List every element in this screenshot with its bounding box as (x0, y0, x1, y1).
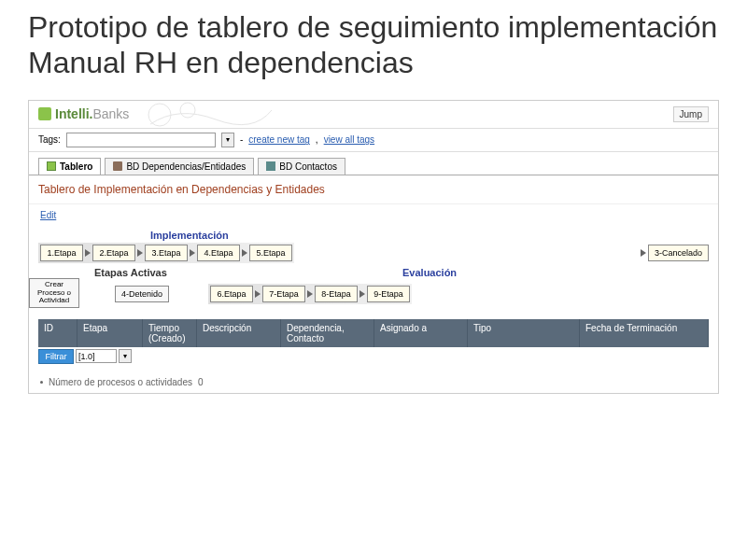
separator: , (316, 134, 318, 145)
footer: Número de procesos o actividades 0 (29, 371, 718, 393)
bullet-icon (40, 381, 43, 384)
tabs: Tablero BD Dependencias/Entidades BD Con… (29, 152, 718, 175)
dashboard-icon (47, 161, 56, 171)
separator: - (240, 134, 243, 145)
arrow-icon (190, 249, 195, 257)
tags-input[interactable] (66, 133, 216, 147)
arrow-icon (359, 290, 365, 298)
tags-dropdown-icon[interactable]: ▾ (221, 133, 234, 147)
section-etapas-activas: Etapas Activas (94, 267, 167, 278)
section-evaluacion: Evaluación (402, 267, 457, 278)
stage-5[interactable]: 5.Etapa (249, 245, 292, 261)
stage-7[interactable]: 7-Etapa (262, 286, 305, 302)
stage-3[interactable]: 3.Etapa (145, 245, 188, 261)
arrow-icon (641, 249, 646, 257)
bottom-row: 4-Detenido 6.Etapa 7-Etapa 8-Etapa 9-Eta… (38, 284, 709, 304)
decorative-swirl (141, 101, 272, 129)
arrow-icon (242, 249, 247, 257)
svg-point-1 (180, 103, 195, 118)
edit-link[interactable]: Edit (29, 204, 67, 226)
stage-9[interactable]: 9-Etapa (367, 286, 410, 302)
logo-icon (38, 107, 51, 120)
stage-detenido[interactable]: 4-Detenido (115, 286, 169, 302)
jump-button[interactable]: Jump (673, 106, 709, 122)
logo-text-1: Intelli. (55, 106, 92, 121)
arrow-icon (85, 249, 91, 257)
view-tags-link[interactable]: view all tags (324, 134, 374, 145)
tab-label: BD Contactos (279, 161, 337, 172)
col-asignado[interactable]: Asignado a (374, 319, 468, 347)
logo-text-2: Banks (92, 106, 129, 121)
tags-bar: Tags: ▾ - create new tag , view all tags (29, 129, 718, 152)
col-etapa[interactable]: Etapa (78, 319, 143, 347)
footer-count: 0 (198, 377, 204, 387)
filter-input-etapa[interactable] (76, 349, 117, 363)
table-header: ID Etapa Tiempo (Creado) Descripción Dep… (38, 319, 709, 347)
tab-label: Tablero (60, 161, 92, 172)
col-fecha[interactable]: Fecha de Terminación (580, 319, 709, 347)
tags-label: Tags: (38, 134, 61, 145)
data-table: ID Etapa Tiempo (Creado) Descripción Dep… (38, 319, 709, 366)
implementation-row: 1.Etapa 2.Etapa 3.Etapa 4.Etapa 5.Etapa … (38, 243, 709, 263)
arrow-icon (255, 290, 261, 298)
logo: Intelli.Banks (38, 106, 129, 121)
stage-cancelado[interactable]: 3-Cancelado (648, 245, 709, 261)
col-tiempo[interactable]: Tiempo (Creado) (143, 319, 197, 347)
tab-contactos[interactable]: BD Contactos (258, 158, 345, 175)
stage-6[interactable]: 6.Etapa (210, 286, 253, 302)
app-frame: Intelli.Banks Jump Tags: ▾ - create new … (28, 100, 719, 394)
col-tipo[interactable]: Tipo (468, 319, 580, 347)
col-id[interactable]: ID (38, 319, 78, 347)
database-icon (113, 161, 122, 171)
col-descripcion[interactable]: Descripción (197, 319, 281, 347)
stage-2[interactable]: 2.Etapa (92, 245, 135, 261)
stage-4[interactable]: 4.Etapa (197, 245, 240, 261)
contact-icon (266, 161, 275, 171)
col-dependencia[interactable]: Dependencia, Contacto (281, 319, 374, 347)
stage-1[interactable]: 1.Etapa (40, 245, 83, 261)
arrow-icon (307, 290, 313, 298)
filter-dropdown-icon[interactable]: ▾ (119, 349, 132, 363)
arrow-icon (137, 249, 143, 257)
filter-row: Filtrar ▾ (38, 347, 709, 366)
create-tag-link[interactable]: create new tag (248, 134, 310, 145)
app-header: Intelli.Banks Jump (29, 101, 718, 129)
filter-button[interactable]: Filtrar (38, 349, 74, 364)
footer-label: Número de procesos o actividades (49, 377, 192, 387)
tab-dependencias[interactable]: BD Dependencias/Entidades (105, 158, 254, 175)
workflow-diagram: Implementación 1.Etapa 2.Etapa 3.Etapa 4… (29, 226, 718, 314)
slide-title: Prototipo de tablero de seguimiento impl… (0, 0, 747, 100)
evaluation-group: 6.Etapa 7-Etapa 8-Etapa 9-Etapa (208, 284, 412, 304)
tab-label: BD Dependencias/Entidades (126, 161, 246, 172)
section-implementacion: Implementación (150, 230, 709, 241)
stage-8[interactable]: 8-Etapa (315, 286, 358, 302)
tab-tablero[interactable]: Tablero (38, 158, 101, 175)
page-title: Tablero de Implementación en Dependencia… (29, 175, 718, 204)
